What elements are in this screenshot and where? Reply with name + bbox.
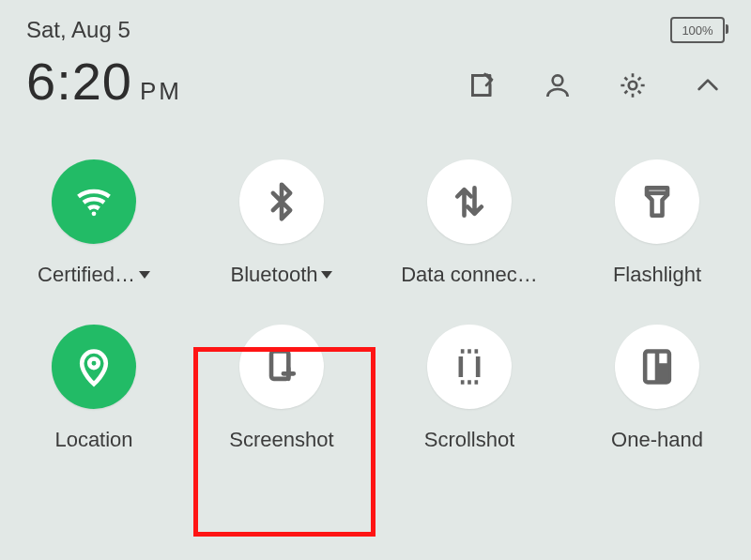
profile-icon xyxy=(543,70,573,100)
tile-onehand-button[interactable] xyxy=(615,325,699,409)
tile-label: Location xyxy=(54,428,132,452)
gear-icon xyxy=(618,70,648,100)
scrollshot-icon xyxy=(449,346,490,387)
svg-rect-6 xyxy=(657,363,669,382)
data-arrows-icon xyxy=(449,181,490,222)
chevron-up-icon xyxy=(693,70,723,100)
edit-tiles-button[interactable] xyxy=(466,68,499,102)
tile-label: Data connec… xyxy=(401,263,538,287)
flashlight-icon xyxy=(636,181,678,222)
tile-onehand[interactable]: One-hand xyxy=(563,325,751,452)
tile-label: Certified… xyxy=(38,263,135,287)
tile-label: One-hand xyxy=(611,428,703,452)
tile-wifi-toggle[interactable] xyxy=(52,159,136,244)
tile-data-toggle[interactable] xyxy=(427,159,512,244)
quick-settings-grid: Certified… Bluetooth Data connec… Flashl… xyxy=(0,159,751,452)
edit-icon xyxy=(467,70,498,100)
clock-time: 6:20 xyxy=(26,52,132,111)
battery-indicator: 100% xyxy=(670,17,725,43)
status-bar: Sat, Aug 5 100% xyxy=(0,0,751,43)
tile-bluetooth-label-row[interactable]: Bluetooth xyxy=(231,263,333,287)
svg-point-2 xyxy=(92,211,97,216)
chevron-down-icon xyxy=(321,271,332,279)
tile-label: Flashlight xyxy=(613,263,701,287)
tile-bluetooth-toggle[interactable] xyxy=(239,159,324,244)
chevron-down-icon xyxy=(139,271,150,279)
collapse-panel-button[interactable] xyxy=(691,68,725,102)
tile-wifi[interactable]: Certified… xyxy=(0,159,188,287)
svg-point-3 xyxy=(89,359,99,369)
tile-data[interactable]: Data connec… xyxy=(376,159,563,287)
tile-label: Scrollshot xyxy=(424,428,515,452)
header-actions xyxy=(466,68,725,102)
tile-bluetooth[interactable]: Bluetooth xyxy=(188,159,376,287)
svg-point-0 xyxy=(553,75,563,85)
clock-ampm: PM xyxy=(140,77,182,105)
settings-button[interactable] xyxy=(616,68,650,102)
tile-flashlight-toggle[interactable] xyxy=(615,159,699,244)
bluetooth-icon xyxy=(261,181,302,222)
tile-screenshot-button[interactable] xyxy=(239,325,324,409)
header-row: 6:20PM xyxy=(26,51,725,112)
tile-scrollshot[interactable]: Scrollshot xyxy=(376,325,563,452)
tile-label: Bluetooth xyxy=(231,263,318,287)
tile-flashlight[interactable]: Flashlight xyxy=(563,159,751,287)
one-hand-icon xyxy=(636,346,678,387)
screenshot-icon xyxy=(261,346,302,387)
tile-label: Screenshot xyxy=(229,428,333,452)
location-pin-icon xyxy=(73,346,115,387)
clock: 6:20PM xyxy=(26,51,182,112)
svg-point-1 xyxy=(629,82,637,90)
tile-location-toggle[interactable] xyxy=(52,325,136,409)
wifi-icon xyxy=(73,181,115,222)
tile-screenshot[interactable]: Screenshot xyxy=(188,325,376,452)
status-date: Sat, Aug 5 xyxy=(26,17,130,43)
tile-location[interactable]: Location xyxy=(0,325,188,452)
tile-wifi-label-row[interactable]: Certified… xyxy=(38,263,150,287)
profile-button[interactable] xyxy=(541,68,575,102)
tile-scrollshot-button[interactable] xyxy=(427,325,512,409)
